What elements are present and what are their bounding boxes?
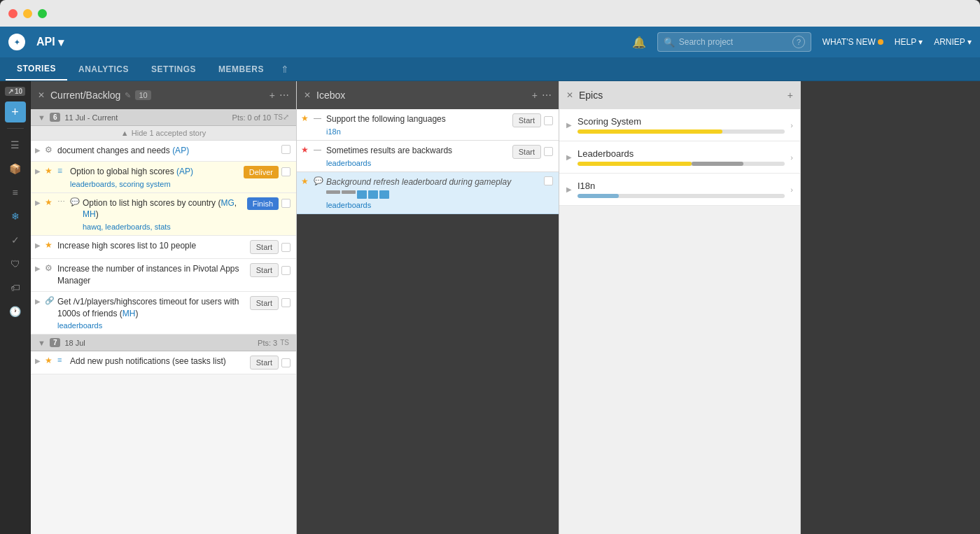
icebox-add-icon[interactable]: + <box>532 90 538 101</box>
search-help-icon[interactable]: ? <box>792 36 805 48</box>
story-tag[interactable]: leaderboards, <box>105 223 152 231</box>
icebox-menu-icon[interactable]: ⋯ <box>542 90 552 101</box>
story-checkbox[interactable] <box>281 145 290 154</box>
project-title[interactable]: API ▾ <box>36 36 64 49</box>
star-icon[interactable]: ★ <box>45 197 55 207</box>
epics-add-icon[interactable]: + <box>788 90 793 101</box>
story-checkbox[interactable] <box>281 199 290 208</box>
story-expand-icon[interactable]: ▶ <box>35 263 42 272</box>
start-button[interactable]: Start <box>250 263 279 277</box>
search-box[interactable]: 🔍 ? <box>657 32 811 52</box>
backlog-menu-icon[interactable]: ⋯ <box>279 90 289 101</box>
story-expand-icon[interactable]: ▶ <box>35 197 42 206</box>
story-checkbox[interactable] <box>281 358 290 367</box>
bell-icon[interactable]: 🔔 <box>632 36 646 49</box>
star-icon[interactable]: ★ <box>45 356 55 365</box>
help-link[interactable]: HELP ▾ <box>895 37 923 47</box>
icebox-close-icon[interactable]: ✕ <box>304 90 311 100</box>
story-owner-link[interactable]: MH <box>122 309 136 318</box>
sidebar-icon-clock[interactable]: 🕐 <box>5 301 26 322</box>
epic-row[interactable]: ▶ Leaderboards › <box>559 141 800 174</box>
sidebar-icon-snowflake[interactable]: ❄ <box>5 206 26 227</box>
sidebar-icon-box[interactable]: 📦 <box>5 158 26 179</box>
epics-close-icon[interactable]: ✕ <box>566 90 573 100</box>
star-icon[interactable]: ★ <box>45 240 55 250</box>
epic-chevron-icon[interactable]: › <box>790 153 793 162</box>
maximize-button[interactable] <box>38 9 47 18</box>
deliver-button[interactable]: Deliver <box>244 166 279 178</box>
collapse-icon[interactable]: ⇑ <box>275 64 295 75</box>
story-row[interactable]: ▶ ⚙ Increase the number of instances in … <box>31 259 296 292</box>
whats-new-link[interactable]: WHAT'S NEW <box>822 37 883 47</box>
start-button[interactable]: Start <box>250 356 279 370</box>
epic-chevron-icon[interactable]: › <box>790 185 793 194</box>
story-checkbox[interactable] <box>281 243 290 252</box>
epic-expand-icon[interactable]: ▶ <box>566 185 572 193</box>
start-button[interactable]: Start <box>250 296 279 310</box>
star-icon[interactable]: ★ <box>45 166 55 176</box>
story-row[interactable]: ▶ ★ ≡ Add new push notifications (see ta… <box>31 351 296 374</box>
story-tag[interactable]: scoring system <box>119 180 170 188</box>
story-row[interactable]: ▶ ⚙ document changes and needs (AP) <box>31 141 296 162</box>
start-button[interactable]: Start <box>250 240 279 254</box>
finish-button[interactable]: Finish <box>247 197 279 210</box>
story-owner-link[interactable]: (AP) <box>172 146 189 155</box>
icebox-story-row[interactable]: ★ — Support the following languages i18n… <box>297 109 559 141</box>
sidebar-icon-menu[interactable]: ☰ <box>5 134 26 155</box>
story-checkbox[interactable] <box>281 298 290 307</box>
story-expand-icon[interactable]: ▶ <box>35 296 42 305</box>
icebox-story-row[interactable]: ★ — Sometimes results are backwards lead… <box>297 141 559 172</box>
story-owner-link[interactable]: MH <box>83 209 96 219</box>
story-row[interactable]: ▶ ★ ⋯ 💬 Option to list high scores by co… <box>31 193 296 237</box>
tab-analytics[interactable]: ANALYTICS <box>67 59 140 80</box>
iter-expand-right-icon[interactable]: ⤢ <box>283 113 289 122</box>
epic-expand-icon[interactable]: ▶ <box>566 121 572 129</box>
story-checkbox[interactable] <box>544 116 553 125</box>
star-icon[interactable]: ★ <box>301 176 311 186</box>
hide-accepted-bar[interactable]: ▲ Hide 1 accepted story <box>31 126 296 141</box>
tab-members[interactable]: MEMBERS <box>207 59 275 80</box>
epic-chevron-icon[interactable]: › <box>790 121 793 129</box>
icebox-story-row[interactable]: ★ 💬 Background refresh leaderboard durin… <box>297 172 559 215</box>
story-checkbox[interactable] <box>281 266 290 275</box>
story-expand-icon[interactable]: ▶ <box>35 145 42 154</box>
story-tag[interactable]: leaderboards <box>326 201 371 209</box>
start-button[interactable]: Start <box>512 145 541 159</box>
add-story-button[interactable]: + <box>5 101 26 122</box>
story-checkbox[interactable] <box>544 176 553 185</box>
story-checkbox[interactable] <box>544 147 553 156</box>
sidebar-icon-shield[interactable]: 🛡 <box>5 253 26 274</box>
story-tag[interactable]: leaderboards <box>57 321 102 330</box>
tab-settings[interactable]: SETTINGS <box>140 59 207 80</box>
story-tag[interactable]: hawq, <box>83 223 103 231</box>
story-expand-icon[interactable]: ▶ <box>35 356 42 365</box>
epic-row[interactable]: ▶ Scoring System › <box>559 109 800 141</box>
start-button[interactable]: Start <box>512 113 541 127</box>
backlog-edit-icon[interactable]: ✎ <box>125 91 131 100</box>
sidebar-icon-check[interactable]: ✓ <box>5 230 26 251</box>
story-expand-icon[interactable]: ▶ <box>35 240 42 249</box>
close-button[interactable] <box>8 9 18 18</box>
backlog-add-icon[interactable]: + <box>270 90 275 101</box>
search-input[interactable] <box>679 37 788 47</box>
user-menu[interactable]: ARNIEP ▾ <box>934 37 972 47</box>
star-icon[interactable]: ★ <box>301 145 311 155</box>
minimize-button[interactable] <box>23 9 32 18</box>
story-tag[interactable]: leaderboards <box>326 159 371 167</box>
story-expand-icon[interactable]: ▶ <box>35 166 42 175</box>
story-tag[interactable]: leaderboards, <box>70 180 117 188</box>
iter-expand-icon[interactable]: ▼ <box>38 339 46 347</box>
story-owner-link[interactable]: MG <box>220 198 234 208</box>
iter-expand-icon[interactable]: ▼ <box>38 113 46 122</box>
backlog-close-icon[interactable]: ✕ <box>38 90 45 100</box>
story-checkbox[interactable] <box>281 167 290 176</box>
star-icon[interactable]: ★ <box>301 113 311 123</box>
story-row[interactable]: ▶ ★ ≡ Option to global high scores (AP) … <box>31 162 296 193</box>
story-row[interactable]: ▶ ★ Increase high scores list to 10 peop… <box>31 236 296 259</box>
sidebar-icon-tag[interactable]: 🏷 <box>5 277 26 298</box>
story-tag[interactable]: stats <box>155 223 171 231</box>
epic-expand-icon[interactable]: ▶ <box>566 153 572 161</box>
epic-row[interactable]: ▶ I18n › <box>559 174 800 206</box>
story-owner-link[interactable]: (AP) <box>176 167 193 176</box>
story-tag[interactable]: i18n <box>326 127 341 136</box>
